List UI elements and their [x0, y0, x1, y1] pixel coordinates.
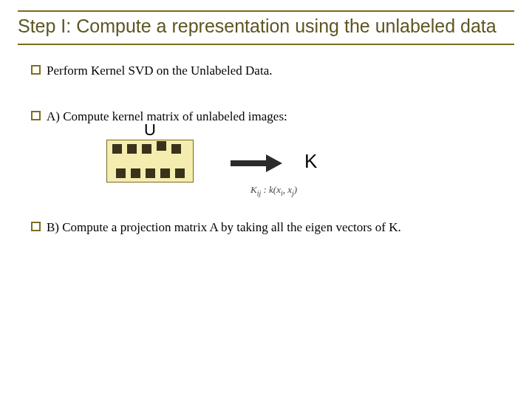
sample-icon	[131, 168, 140, 178]
figure: U	[106, 140, 514, 183]
arrow-icon	[231, 154, 282, 172]
bullet-text: Perform Kernel SVD on the Unlabeled Data…	[47, 63, 272, 79]
bullet-item: Perform Kernel SVD on the Unlabeled Data…	[31, 63, 514, 79]
sample-icon	[157, 141, 166, 151]
sample-icon	[146, 168, 155, 178]
bullet-item: B) Compute a projection matrix A by taki…	[31, 219, 514, 236]
bullet-item: A) Compute kernel matrix of unlabeled im…	[31, 109, 514, 125]
checkbox-bullet-icon	[31, 111, 41, 120]
sample-icon	[116, 168, 126, 178]
u-box	[106, 140, 194, 183]
svg-marker-1	[266, 154, 282, 172]
sample-icon	[160, 168, 170, 178]
sample-icon	[127, 144, 137, 154]
bullet-text: A) Compute kernel matrix of unlabeled im…	[47, 109, 287, 125]
sample-icon	[171, 144, 181, 154]
slide-title: Step I: Compute a representation using t…	[18, 15, 514, 38]
u-label: U	[144, 120, 156, 140]
formula-part: : k(x	[261, 184, 281, 195]
unlabeled-data-block: U	[106, 140, 194, 183]
kernel-formula: Kij : k(xi, xj)	[250, 184, 297, 197]
title-container: Step I: Compute a representation using t…	[18, 10, 514, 45]
checkbox-bullet-icon	[31, 222, 41, 231]
svg-rect-0	[231, 160, 266, 166]
k-label: K	[304, 150, 317, 173]
checkbox-bullet-icon	[31, 65, 41, 75]
formula-part: K	[250, 184, 257, 195]
bullet-text: B) Compute a projection matrix A by taki…	[47, 219, 401, 236]
formula-part: )	[294, 184, 297, 195]
sample-icon	[142, 144, 151, 154]
sample-icon	[112, 144, 122, 154]
sample-icon	[175, 168, 185, 178]
formula-part: , x	[283, 184, 292, 195]
